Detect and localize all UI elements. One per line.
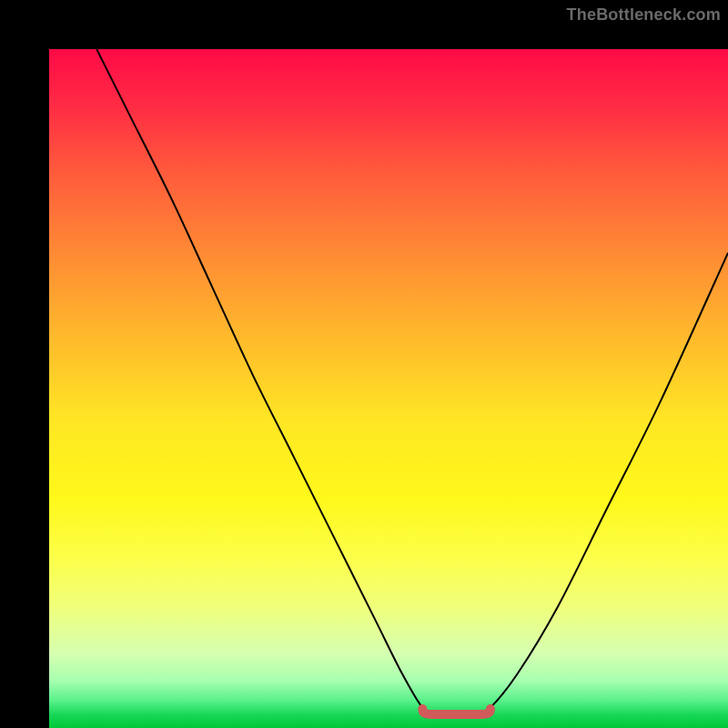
chart-plot-area (49, 49, 728, 728)
chart-frame (0, 0, 728, 728)
valley-highlight (422, 709, 490, 714)
chart-svg (49, 49, 728, 728)
watermark-text: TheBottleneck.com (567, 5, 721, 25)
bottleneck-curve (96, 49, 728, 715)
